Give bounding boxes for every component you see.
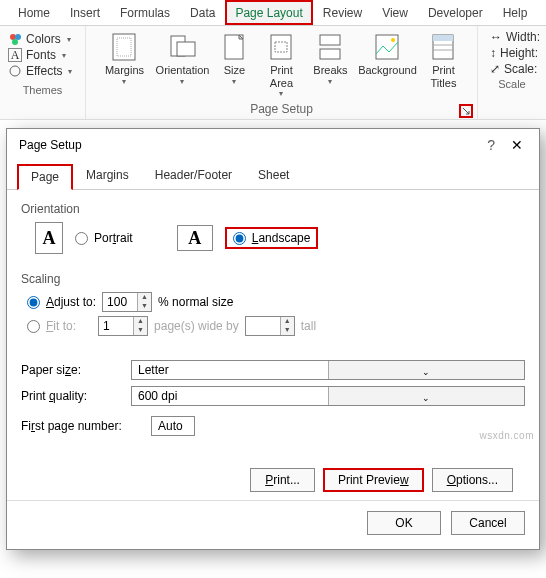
tab-formulas[interactable]: Formulas <box>110 0 180 25</box>
tab-help[interactable]: Help <box>493 0 538 25</box>
svg-rect-16 <box>433 35 453 41</box>
group-label-scale: Scale <box>484 76 540 93</box>
svg-point-1 <box>15 34 21 40</box>
tab-developer[interactable]: Developer <box>418 0 493 25</box>
svg-rect-9 <box>271 35 291 59</box>
tab-insert[interactable]: Insert <box>60 0 110 25</box>
print-titles-icon <box>430 32 456 62</box>
tab-page-layout[interactable]: Page Layout <box>225 0 312 25</box>
size-icon <box>222 32 246 62</box>
breaks-icon <box>317 32 343 62</box>
svg-rect-11 <box>320 35 340 45</box>
margins-button[interactable]: Margins▾ <box>98 30 150 86</box>
group-themes: Colors▾ A Fonts▾ Effects▾ Themes <box>0 26 86 119</box>
margins-icon <box>111 32 137 62</box>
effects-icon <box>8 64 22 78</box>
width-icon: ↔ <box>490 30 502 44</box>
scale-icon: ⤢ <box>490 62 500 76</box>
scale-row[interactable]: ⤢Scale: <box>490 62 540 76</box>
effects-button[interactable]: Effects▾ <box>8 64 72 78</box>
svg-point-14 <box>391 38 395 42</box>
tab-review[interactable]: Review <box>313 0 372 25</box>
background-button[interactable]: Background <box>358 30 416 77</box>
svg-rect-7 <box>177 42 195 56</box>
print-titles-button[interactable]: Print Titles <box>422 30 464 89</box>
colors-button[interactable]: Colors▾ <box>8 32 72 46</box>
width-row[interactable]: ↔Width: <box>490 30 540 44</box>
height-row[interactable]: ↕Height: <box>490 46 540 60</box>
launcher-icon <box>462 107 470 115</box>
group-scale: ↔Width: ↕Height: ⤢Scale: Scale <box>478 26 546 119</box>
background-icon <box>373 32 401 62</box>
fonts-icon: A <box>8 48 22 62</box>
group-page-setup: Margins▾ Orientation▾ Size▾ Print Area▾ … <box>86 26 478 119</box>
colors-icon <box>8 32 22 46</box>
size-button[interactable]: Size▾ <box>214 30 254 86</box>
orientation-button[interactable]: Orientation▾ <box>156 30 208 86</box>
ribbon-tabs: Home Insert Formulas Data Page Layout Re… <box>0 0 546 26</box>
tab-home[interactable]: Home <box>8 0 60 25</box>
group-label-themes: Themes <box>6 82 79 99</box>
height-icon: ↕ <box>490 46 496 60</box>
orientation-icon <box>167 32 197 62</box>
svg-point-2 <box>12 39 18 45</box>
print-area-icon <box>268 32 294 62</box>
breaks-button[interactable]: Breaks▾ <box>308 30 352 86</box>
print-area-button[interactable]: Print Area▾ <box>260 30 302 98</box>
fonts-button[interactable]: A Fonts▾ <box>8 48 72 62</box>
svg-point-3 <box>10 66 20 76</box>
tab-view[interactable]: View <box>372 0 418 25</box>
page-setup-launcher[interactable] <box>459 104 473 118</box>
ribbon: Colors▾ A Fonts▾ Effects▾ Themes Margins… <box>0 26 546 120</box>
tab-data[interactable]: Data <box>180 0 225 25</box>
svg-rect-12 <box>320 49 340 59</box>
svg-rect-13 <box>376 35 398 59</box>
group-label-page-setup: Page Setup <box>92 100 471 119</box>
